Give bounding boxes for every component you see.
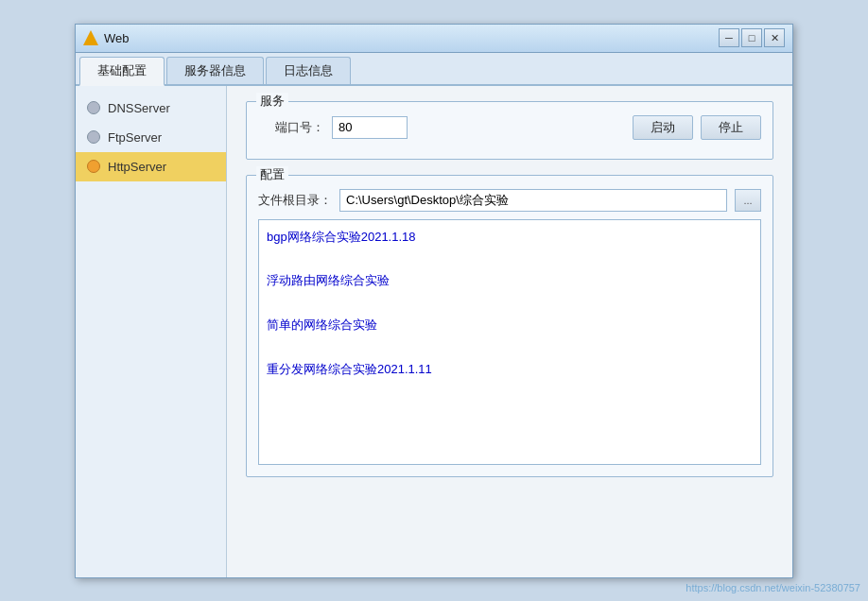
app-icon (83, 30, 98, 45)
service-section: 服务 端口号： 启动 停止 (246, 101, 773, 160)
maximize-button[interactable]: □ (741, 28, 762, 47)
sidebar-ftp-label: FtpServer (108, 130, 162, 145)
watermark: https://blog.csdn.net/weixin-52380757 (686, 582, 860, 593)
main-window: Web ─ □ ✕ 基础配置 服务器信息 日志信息 DNSServer FtpS… (75, 24, 793, 578)
file-root-row: 文件根目录： ... (258, 189, 761, 212)
port-row: 端口号： 启动 停止 (258, 115, 761, 140)
content-area: DNSServer FtpServer HttpServer 服务 端口号： (76, 86, 792, 577)
config-section-title: 配置 (256, 166, 288, 183)
sidebar-dns-label: DNSServer (108, 101, 170, 115)
file-root-input[interactable] (339, 189, 727, 212)
list-item: bgp网络综合实验2021.1.18 (267, 226, 753, 248)
close-button[interactable]: ✕ (764, 28, 785, 47)
config-box: 配置 文件根目录： ... bgp网络综合实验2021.1.18 浮动路由网络综… (246, 175, 773, 477)
tab-bar: 基础配置 服务器信息 日志信息 (76, 53, 792, 86)
title-bar: Web ─ □ ✕ (76, 25, 792, 53)
port-input[interactable] (332, 116, 408, 139)
config-section: 配置 文件根目录： ... bgp网络综合实验2021.1.18 浮动路由网络综… (246, 175, 773, 477)
sidebar-http-label: HttpServer (108, 160, 166, 174)
main-panel: 服务 端口号： 启动 停止 配置 文件根目录： (227, 86, 792, 577)
file-root-label: 文件根目录： (258, 192, 332, 209)
tab-server-info[interactable]: 服务器信息 (166, 57, 264, 84)
http-status-dot (87, 160, 100, 173)
start-button[interactable]: 启动 (633, 115, 693, 140)
service-box: 服务 端口号： 启动 停止 (246, 101, 773, 160)
sidebar: DNSServer FtpServer HttpServer (76, 86, 227, 577)
port-label: 端口号： (258, 119, 324, 136)
sidebar-item-ftp[interactable]: FtpServer (76, 123, 226, 152)
tab-basic[interactable]: 基础配置 (79, 57, 165, 86)
list-item: 浮动路由网络综合实验 (267, 269, 753, 291)
stop-button[interactable]: 停止 (701, 115, 761, 140)
service-section-title: 服务 (256, 93, 288, 110)
dns-status-dot (87, 101, 100, 114)
tab-log-info[interactable]: 日志信息 (266, 57, 351, 84)
minimize-button[interactable]: ─ (719, 28, 739, 47)
sidebar-item-http[interactable]: HttpServer (76, 152, 226, 181)
sidebar-item-dns[interactable]: DNSServer (76, 94, 226, 123)
list-item: 重分发网络综合实验2021.1.11 (267, 358, 753, 380)
ftp-status-dot (87, 130, 100, 144)
list-item: 简单的网络综合实验 (267, 314, 753, 335)
window-title: Web (104, 31, 719, 45)
title-bar-buttons: ─ □ ✕ (719, 28, 785, 47)
browse-button[interactable]: ... (735, 189, 761, 212)
file-list: bgp网络综合实验2021.1.18 浮动路由网络综合实验 简单的网络综合实验 … (258, 219, 761, 465)
